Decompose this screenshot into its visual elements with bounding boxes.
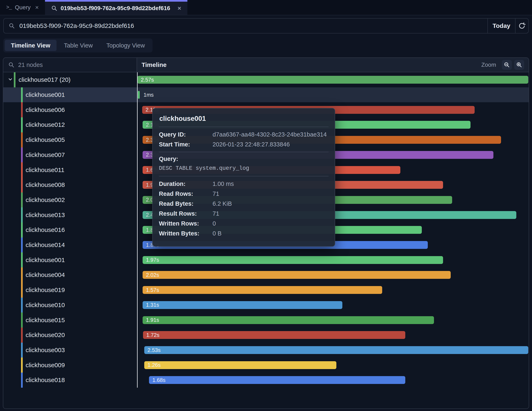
today-button[interactable]: Today [487, 19, 515, 33]
search-input[interactable]: 019beb53-f909-762a-95c9-89d22bdef616 [4, 19, 487, 33]
node-name: clickhouse017 (20) [19, 76, 71, 83]
timeline-bar[interactable]: 1.91s [142, 316, 434, 324]
refresh-button[interactable] [515, 19, 528, 33]
sidebar-node-row[interactable]: clickhouse012 [3, 117, 137, 132]
node-name: clickhouse005 [26, 136, 65, 143]
sidebar-node-row[interactable]: clickhouse011 [3, 162, 137, 177]
timeline-bar[interactable]: 2.57s [137, 76, 528, 84]
timeline-bar[interactable]: 2.02s [142, 271, 451, 279]
sidebar-node-row[interactable]: clickhouse018 [3, 372, 137, 388]
timeline-bar-row: 2.57s [137, 72, 529, 87]
zoom-in-button[interactable] [514, 60, 524, 70]
sidebar-node-row[interactable]: clickhouse001 [3, 87, 137, 102]
tooltip-row: Start Time: 2026-01-23 22:48:27.833846 [159, 139, 329, 149]
tab-query[interactable]: >_ Query × [0, 0, 45, 15]
tooltip-row-value: 71 [213, 210, 329, 217]
zoom-out-icon [504, 62, 510, 68]
app-window: >_ Query × 019beb53-f909-762a-95c9-89d22… [0, 0, 532, 411]
node-name: clickhouse007 [26, 151, 65, 158]
node-color-strip [21, 177, 23, 193]
search-icon [51, 5, 57, 11]
timeline-bar-row: 1ms [137, 87, 529, 102]
sidebar-node-row[interactable]: clickhouse008 [3, 177, 137, 193]
sidebar-node-row[interactable]: clickhouse004 [3, 267, 137, 283]
bar-duration-label: 2.53s [148, 347, 161, 353]
node-color-strip [21, 283, 23, 298]
tooltip-row-value: 1.00 ms [213, 180, 329, 187]
tab-topology-view[interactable]: Topology View [100, 40, 151, 51]
timeline-bar[interactable]: 1.31s [142, 301, 342, 309]
timeline-bar[interactable] [138, 91, 140, 99]
sidebar-node-row[interactable]: clickhouse002 [3, 193, 137, 207]
tooltip-row-value: 71 [213, 190, 329, 197]
node-name: clickhouse010 [26, 302, 65, 309]
timeline-bar[interactable]: 1.72s [143, 331, 405, 339]
search-bar: 019beb53-f909-762a-95c9-89d22bdef616 Tod… [3, 18, 529, 33]
timeline-bar-row: 1.26s [137, 358, 529, 372]
chevron-down-icon[interactable] [7, 76, 13, 83]
sidebar-node-row[interactable]: clickhouse017 (20) [3, 72, 137, 87]
nodes-filter[interactable]: 21 nodes [3, 58, 137, 72]
panel-splitter[interactable] [137, 72, 138, 388]
nodes-count-label: 21 nodes [18, 61, 43, 68]
sidebar-node-row[interactable]: clickhouse010 [3, 298, 137, 313]
close-icon[interactable]: × [178, 5, 181, 12]
sidebar-node-row[interactable]: clickhouse016 [3, 222, 137, 237]
today-button-label: Today [493, 22, 510, 29]
node-color-strip [21, 222, 23, 237]
node-name: clickhouse020 [26, 332, 65, 339]
tab-table-view[interactable]: Table View [58, 40, 99, 51]
sidebar-node-row[interactable]: clickhouse001 [3, 252, 137, 267]
node-name: clickhouse003 [26, 347, 65, 353]
bar-duration-label: 2.57s [141, 77, 154, 83]
sidebar-node-row[interactable]: clickhouse013 [3, 207, 137, 222]
node-name: clickhouse014 [26, 241, 65, 248]
tab-bar: >_ Query × 019beb53-f909-762a-95c9-89d22… [0, 0, 532, 15]
tooltip-row-label: Query ID: [159, 131, 213, 138]
node-color-strip [21, 237, 23, 253]
close-icon[interactable]: × [35, 4, 39, 11]
sidebar-node-row[interactable]: clickhouse005 [3, 132, 137, 147]
timeline-bar[interactable]: 1.26s [144, 361, 336, 369]
node-color-strip [21, 207, 23, 222]
node-color-strip [21, 87, 23, 102]
timeline-bar[interactable]: 2.53s [144, 346, 528, 354]
node-color-strip [21, 147, 23, 163]
tooltip-meta: Query ID: d7aa6367-aa48-4302-8c23-24be31… [159, 127, 329, 152]
sidebar-node-row[interactable]: clickhouse003 [3, 343, 137, 358]
tooltip-row: Written Bytes: 0 B [159, 228, 329, 238]
timeline-bar[interactable]: 1.97s [142, 256, 443, 264]
node-color-strip [21, 102, 23, 117]
sidebar-node-row[interactable]: clickhouse006 [3, 102, 137, 117]
tooltip-query-label: Query: [159, 152, 329, 165]
node-color-strip [21, 117, 23, 132]
search-icon [8, 62, 14, 68]
tab-trace[interactable]: 019beb53-f909-762a-95c9-89d22bdef616 × [45, 0, 187, 15]
timeline-bar-row: 1.31s [137, 298, 529, 313]
tooltip-row-label: Read Bytes: [159, 200, 213, 207]
node-name: clickhouse001 [26, 91, 65, 98]
bar-duration-label: 1.57s [146, 287, 159, 293]
node-name: clickhouse004 [26, 271, 65, 278]
node-color-strip [21, 132, 23, 147]
tab-timeline-view[interactable]: Timeline View [5, 40, 57, 51]
tab-query-label: Query [15, 4, 30, 11]
sidebar-node-row[interactable]: clickhouse014 [3, 237, 137, 253]
node-color-strip [21, 328, 23, 343]
timeline-bar[interactable]: 1.68s [149, 376, 405, 384]
node-color-strip [21, 267, 23, 283]
sidebar-node-row[interactable]: clickhouse007 [3, 147, 137, 163]
tooltip-row: Duration: 1.00 ms [159, 179, 329, 189]
tooltip-row: Written Rows: 0 [159, 218, 329, 228]
tooltip-query-code: DESC TABLE system.query_log [159, 165, 329, 176]
node-name: clickhouse015 [26, 317, 65, 324]
zoom-out-button[interactable] [502, 60, 512, 70]
sidebar-node-row[interactable]: clickhouse009 [3, 358, 137, 372]
tooltip-row-value: 0 [213, 220, 329, 227]
tooltip-row-label: Result Rows: [159, 210, 213, 217]
node-color-strip [21, 372, 23, 388]
timeline-bar[interactable]: 1.57s [142, 286, 382, 294]
sidebar-node-row[interactable]: clickhouse019 [3, 283, 137, 298]
sidebar-node-row[interactable]: clickhouse015 [3, 313, 137, 328]
sidebar-node-row[interactable]: clickhouse020 [3, 328, 137, 343]
